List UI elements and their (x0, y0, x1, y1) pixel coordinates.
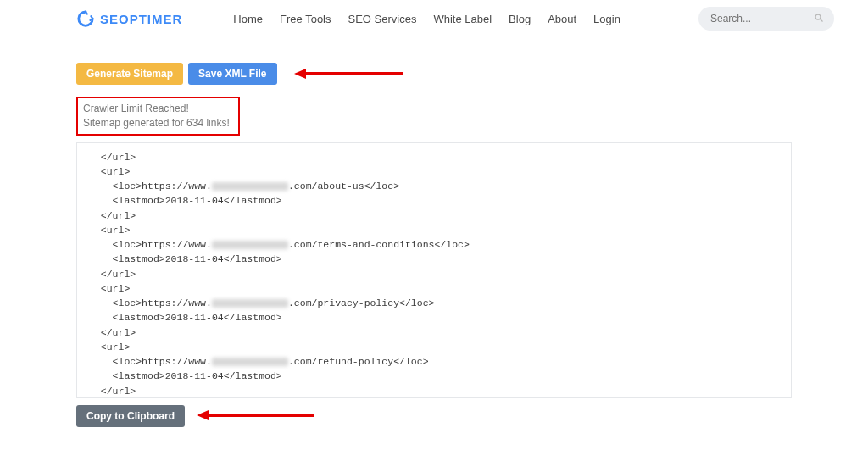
nav-login[interactable]: Login (593, 13, 620, 25)
nav: Home Free Tools SEO Services White Label… (233, 13, 620, 25)
main-content: Generate Sitemap Save XML File Crawler L… (0, 37, 868, 427)
header: SEOPTIMER Home Free Tools SEO Services W… (0, 0, 868, 37)
copy-to-clipboard-button[interactable]: Copy to Clipboard (76, 405, 185, 427)
status-line-1: Crawler Limit Reached! (83, 102, 230, 116)
save-xml-button[interactable]: Save XML File (188, 63, 276, 85)
nav-free-tools[interactable]: Free Tools (280, 13, 331, 25)
redacted-domain (212, 358, 288, 366)
nav-seo-services[interactable]: SEO Services (348, 13, 417, 25)
status-message: Crawler Limit Reached! Sitemap generated… (76, 97, 240, 136)
logo-text: SEOPTIMER (100, 12, 182, 26)
generate-sitemap-button[interactable]: Generate Sitemap (76, 63, 183, 85)
sitemap-output[interactable]: </url> <url> <loc>https://www..com/about… (76, 142, 792, 398)
copy-row: Copy to Clipboard (76, 405, 792, 427)
logo[interactable]: SEOPTIMER (76, 9, 182, 28)
redacted-domain (212, 299, 288, 308)
svg-point-0 (815, 14, 821, 19)
nav-about[interactable]: About (548, 13, 576, 25)
nav-home[interactable]: Home (233, 13, 263, 25)
svg-line-1 (821, 19, 823, 22)
logo-icon (76, 9, 95, 28)
search-icon (814, 12, 824, 25)
redacted-domain (212, 241, 288, 249)
action-row: Generate Sitemap Save XML File (76, 63, 792, 85)
status-line-2: Sitemap generated for 634 links! (83, 116, 230, 131)
search (698, 7, 834, 31)
nav-white-label[interactable]: White Label (433, 13, 492, 25)
nav-blog[interactable]: Blog (509, 13, 531, 25)
redacted-domain (212, 182, 288, 191)
